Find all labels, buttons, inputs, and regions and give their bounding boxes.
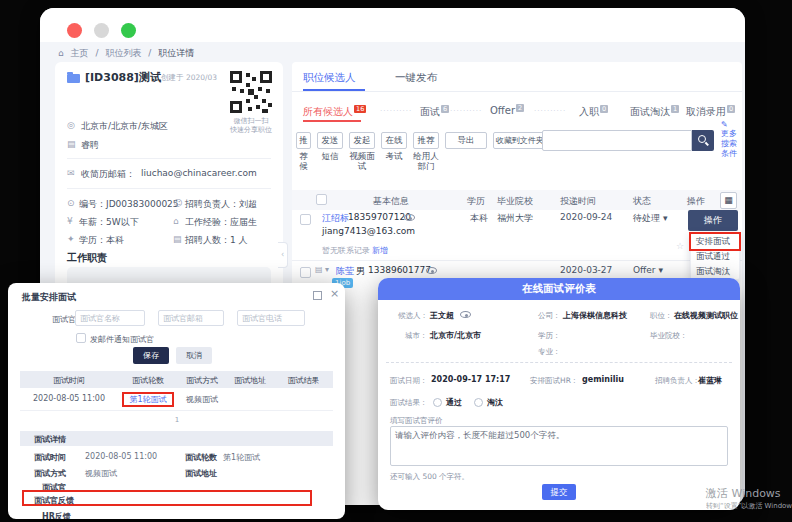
cancel-button[interactable]: 取消 [176,347,212,364]
notify-checkbox[interactable] [76,333,86,343]
company-label: 公司： [538,311,561,321]
breadcrumb-separator: / [148,48,151,58]
detail-round-label: 面试轮数 [185,452,217,463]
stage-offer-cancelled[interactable]: 取消录用0 [686,105,735,119]
school-label: 毕业院校： [650,331,688,341]
interviewer-name-input[interactable] [75,310,145,326]
submit-button[interactable]: 提交 [542,484,576,500]
breadcrumb-home[interactable]: 主页 [71,48,89,58]
radio-pass[interactable] [433,398,442,407]
evaluation-comment-textarea[interactable] [390,426,728,466]
stage-onboard[interactable]: 入职0 [579,105,608,119]
mail-icon: ✉ [67,168,75,178]
window-titlebar [40,8,745,42]
degree-label: 学历： [538,331,561,341]
stage-offer[interactable]: Offer2 [490,105,524,116]
column-school: 毕业院校 [497,195,533,208]
position-label: 职位： [650,311,673,321]
send-sms-button[interactable]: 发送 [317,132,343,149]
degree: 学历：本科 [79,234,124,247]
candidate-status-dropdown[interactable]: Offer ▾ [633,265,663,275]
stage-connector: ·········· [450,107,482,115]
online-exam-button-overflow: 考试 [381,151,407,161]
candidate-name-link[interactable]: 江绍标 [322,212,349,225]
expand-icon[interactable] [313,291,322,300]
radio-fail[interactable] [474,398,483,407]
candidate-name-link[interactable]: 陈莹 [336,265,354,278]
detail-time-value: 2020-08-05 11:00 [85,452,157,461]
column-settings-button[interactable]: ▦ [720,192,737,209]
column-status: 状态 [633,195,651,208]
schedule-hr-value: geminiliu [582,375,624,384]
interviewer-email-input[interactable] [158,310,224,326]
candidate-school: 福州大学 [497,212,533,225]
row-checkbox[interactable] [300,214,311,225]
qr-code [228,69,274,115]
experience-icon: ⌂ [173,216,179,226]
more-search-conditions-link[interactable]: 更多搜索条件 [721,129,741,159]
recommend-to-department-button-overflow: 给用人部门 [413,151,439,171]
star-icon[interactable]: ☆ [676,241,684,251]
schedule-hr-label: 安排面试HR： [530,376,578,386]
menu-item-interview-pass[interactable]: 面试通过 [691,249,739,264]
menu-item-schedule-interview[interactable]: 安排面试 [691,234,739,249]
recruit-owner-value: 崔蓝琳 [698,375,722,386]
interviewer-phone-input[interactable] [237,310,305,326]
job-title: [ID3088]测试 [85,70,161,85]
batch-schedule-interview-dialog: 批量安排面试 × 面试官 发邮件通知面试官 保存 取消 面试时间 面试轮数 面试… [8,283,345,519]
save-button[interactable]: 保存 [133,347,169,364]
job-created-date: 创建于 2020/03 [161,73,217,83]
search-button[interactable] [692,130,714,151]
row-checkbox[interactable] [300,267,311,278]
interview-round-link[interactable]: 第1轮面试 [124,394,172,405]
stage-all-candidates[interactable]: 所有候选人16 [303,105,366,119]
job-number: 编号：JD00383000025 [79,198,179,211]
search-input[interactable] [542,130,692,151]
close-window-button[interactable] [67,23,82,38]
stage-interview[interactable]: 面试6 [420,105,449,119]
city-value: 北京市/北京市 [430,330,481,341]
eye-icon[interactable] [460,311,471,318]
notify-checkbox-label: 发邮件通知面试官 [90,334,154,345]
screen: ⌂ 主页 / 职位列表 / 职位详情 [ID3088]测试 创建于 2020/0… [0,0,792,522]
candidate-email: jiang7413@163.com [322,226,415,236]
send-sms-button-overflow: 短信 [317,151,343,161]
eye-icon[interactable] [404,214,415,221]
close-icon[interactable]: × [330,287,339,300]
radio-fail-label: 淘汰 [487,397,503,408]
export-button[interactable]: 导出 [445,132,487,149]
minimize-window-button[interactable] [94,23,109,38]
action-button[interactable]: 操作 [688,210,738,231]
interview-detail-title: 面试详情 [34,434,66,445]
resume-icon: ▤ [315,265,323,274]
stage-count-badge: 0 [600,105,608,113]
tab-one-click-publish[interactable]: 一键发布 [395,71,437,85]
candidate-status-dropdown[interactable]: 待处理 ▾ [633,212,667,225]
recommend-to-department-button[interactable]: 推荐 [413,132,439,149]
interviewer-feedback-highlight: 面试官反馈 [22,490,312,506]
stage-count-badge: 2 [516,104,524,112]
recruiting-owner: 招聘负责人：刘超 [185,198,257,211]
stage-count-badge: 1 [671,105,679,113]
stage-interview-rejected[interactable]: 面试淘汰1 [630,105,679,119]
add-contact-link[interactable]: 新增 [372,245,388,256]
chevron-down-icon[interactable]: ▾ [325,265,329,274]
maximize-window-button[interactable] [121,23,136,38]
detail-round-value: 第1轮面试 [223,452,260,463]
breadcrumb: ⌂ 主页 / 职位列表 / 职位详情 [58,47,198,60]
column-apply-date: 投递时间 [560,195,596,208]
select-all-checkbox[interactable] [316,194,327,205]
recommend-candidate-button[interactable]: 推 [296,132,311,149]
start-video-interview-button[interactable]: 发起 [349,132,375,149]
collapse-panel-handle[interactable]: ‹ [278,242,288,268]
salary-icon: ¥ [67,216,73,226]
column-interview-time: 面试时间 [20,375,118,386]
online-exam-button[interactable]: 在线 [381,132,407,149]
menu-item-interview-reject[interactable]: 面试淘汰 [691,264,739,279]
eye-icon[interactable] [426,267,437,274]
pagination[interactable]: 1 [168,416,186,424]
tab-job-candidates[interactable]: 职位候选人 [303,71,356,85]
breadcrumb-job-list[interactable]: 职位列表 [105,48,141,58]
column-interview-mode: 面试方式 [178,375,226,386]
candidate-gender: 男 [356,265,365,278]
